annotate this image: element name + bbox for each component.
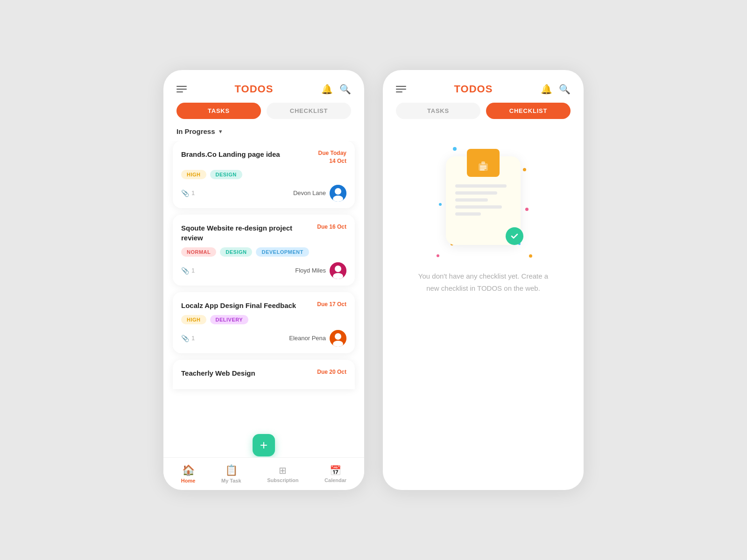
tag-development-2: DEVELOPMENT [256,247,309,257]
nav-mytask-label: My Task [221,478,241,483]
dot-4 [525,208,529,211]
tag-row-1: HIGH DESIGN [181,170,346,179]
tab-checklist-right[interactable]: CHECKLIST [486,103,571,119]
partial-title: Teacherly Web Design [181,368,312,378]
left-header: TODOS 🔔 🔍 [163,70,364,103]
line-1 [455,184,507,188]
empty-message: You don't have any checklist yet. Create… [418,270,548,294]
line-5 [455,212,481,216]
task-footer-3: 📎 1 Eleanor Pena [181,330,346,347]
due-date-3: Due 17 Oct [317,301,346,308]
avatar-3 [330,330,346,347]
app-title-left: TODOS [235,83,274,95]
checklist-clip-icon [467,155,500,177]
left-tab-bar: TASKS CHECKLIST [163,103,364,119]
task-title-1: Brands.Co Landing page idea [181,149,314,159]
home-icon: 🏠 [182,464,195,476]
user-info-1: Devon Lane [293,185,346,202]
avatar-2 [330,262,346,279]
paperclip-icon-3: 📎 [181,335,189,342]
mytask-icon: 📋 [225,464,238,476]
checklist-empty-content: You don't have any checklist yet. Create… [383,124,584,490]
svg-rect-10 [481,161,485,164]
task-card-3[interactable]: Localz App Design Final Feedback Due 17 … [173,292,355,353]
attachment-1: 📎 1 [181,189,195,197]
nav-calendar[interactable]: 📅 Calendar [324,465,346,483]
dot-2 [523,168,526,171]
due-date-1: Due Today 14 Oct [318,149,346,165]
bell-icon-left[interactable]: 🔔 [321,84,333,95]
attachment-3: 📎 1 [181,335,195,342]
empty-illustration [432,142,535,259]
search-icon-right[interactable]: 🔍 [559,84,571,95]
nav-calendar-label: Calendar [324,477,346,483]
right-tab-bar: TASKS CHECKLIST [383,103,584,119]
user-name-2: Floyd Miles [295,267,326,274]
check-badge [506,227,523,245]
nav-mytask[interactable]: 📋 My Task [221,464,241,483]
task-card-3-header: Localz App Design Final Feedback Due 17 … [181,301,346,310]
calendar-icon: 📅 [330,465,341,476]
nav-home[interactable]: 🏠 Home [181,464,196,483]
svg-point-4 [335,266,341,272]
header-icons-right: 🔔 🔍 [541,84,571,95]
app-title-right: TODOS [454,83,493,95]
search-icon-left[interactable]: 🔍 [339,84,351,95]
user-info-2: Floyd Miles [295,262,346,279]
line-2 [455,191,497,195]
partial-header: Teacherly Web Design Due 20 Oct [181,368,346,378]
task-title-3: Localz App Design Final Feedback [181,301,312,310]
svg-point-1 [335,188,341,195]
bell-icon-right[interactable]: 🔔 [541,84,552,95]
dot-3 [439,203,442,206]
filter-label: In Progress [176,127,215,135]
checklist-lines [455,184,507,216]
task-footer-2: 📎 1 Floyd Miles [181,262,346,279]
nav-subscription[interactable]: ⊞ Subscription [267,465,298,483]
right-phone: TODOS 🔔 🔍 TASKS CHECKLIST [383,70,584,490]
dot-7 [437,254,439,257]
task-title-2: Sqoute Website re-design project review [181,223,312,243]
due-date-2: Due 16 Oct [317,223,346,231]
line-3 [455,198,488,202]
tab-tasks-left[interactable]: TASKS [176,103,261,119]
line-4 [455,205,502,209]
dot-8 [529,254,532,258]
dot-1 [453,147,457,151]
paperclip-icon-2: 📎 [181,267,189,274]
page-wrapper: TODOS 🔔 🔍 TASKS CHECKLIST In Progress ▾ … [0,0,747,560]
menu-icon-right[interactable] [396,86,406,92]
task-card-2-header: Sqoute Website re-design project review … [181,223,346,243]
tag-design-1: DESIGN [210,170,242,179]
user-name-3: Eleanor Pena [289,335,326,342]
task-card-2[interactable]: Sqoute Website re-design project review … [173,215,355,286]
tab-checklist-left[interactable]: CHECKLIST [267,103,351,119]
tag-row-3: HIGH DELIVERY [181,315,346,324]
tab-tasks-right[interactable]: TASKS [396,103,480,119]
add-task-fab[interactable]: + [253,434,275,456]
task-card-partial[interactable]: Teacherly Web Design Due 20 Oct [173,360,355,389]
tag-high-1: HIGH [181,170,206,179]
filter-row: In Progress ▾ [163,124,364,141]
attachment-2: 📎 1 [181,267,195,274]
menu-icon[interactable] [176,86,187,92]
user-info-3: Eleanor Pena [289,330,346,347]
avatar-1 [330,185,346,202]
nav-subscription-label: Subscription [267,477,298,483]
bottom-nav: 🏠 Home 📋 My Task ⊞ Subscription 📅 Calend… [163,457,364,490]
task-card-1[interactable]: Brands.Co Landing page idea Due Today 14… [173,141,355,208]
paperclip-icon-1: 📎 [181,189,189,197]
subscription-icon: ⊞ [279,465,287,476]
header-icons-left: 🔔 🔍 [321,84,351,95]
chevron-down-icon[interactable]: ▾ [219,128,222,135]
left-phone: TODOS 🔔 🔍 TASKS CHECKLIST In Progress ▾ … [163,70,364,490]
right-header: TODOS 🔔 🔍 [383,70,584,103]
tag-delivery-3: DELIVERY [210,315,249,324]
tag-design-2: DESIGN [220,247,252,257]
task-footer-1: 📎 1 Devon Lane [181,185,346,202]
tag-high-3: HIGH [181,315,206,324]
svg-point-7 [335,333,341,340]
tag-row-2: NORMAL DESIGN DEVELOPMENT [181,247,346,257]
tag-normal-2: NORMAL [181,247,216,257]
partial-due: Due 20 Oct [317,368,346,376]
